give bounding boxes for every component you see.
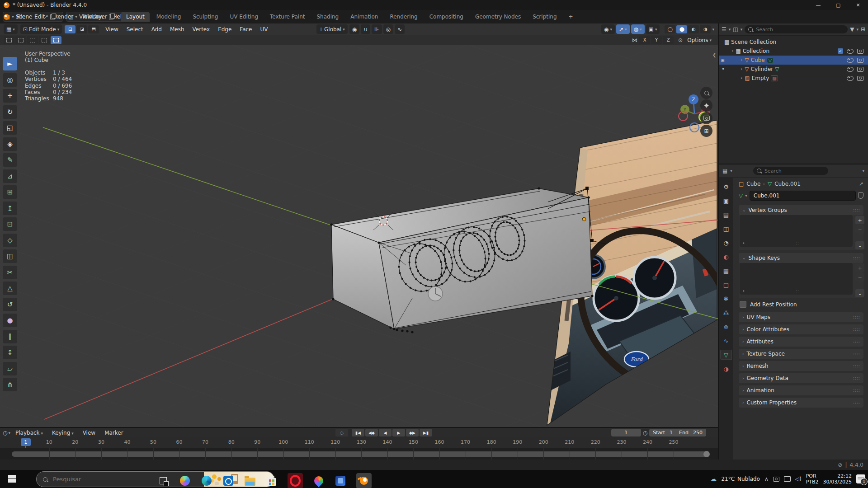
chevron-down-icon[interactable]: ‣	[731, 49, 734, 53]
pivot-point-icon[interactable]: ◉	[349, 24, 359, 34]
properties-tab-tool[interactable]: ⚙	[720, 182, 732, 192]
copilot-icon[interactable]	[179, 475, 191, 487]
show-gizmo-icon[interactable]: ↗▾	[616, 24, 630, 34]
snap-settings-icon[interactable]: ⊪	[372, 24, 382, 34]
panel-header-attributes[interactable]: ›Attributes∷∷	[739, 337, 863, 347]
properties-editor-icon[interactable]: ▤	[722, 168, 727, 174]
camera-render-icon[interactable]	[857, 49, 863, 54]
tool-measure-button[interactable]: ⊿	[3, 169, 17, 183]
jump-to-start-button[interactable]: ▮◀	[352, 429, 364, 436]
new-collection-icon[interactable]: ⊞	[861, 26, 865, 33]
viewport-menu-add[interactable]: Add	[148, 25, 165, 33]
region-collapse-chevron[interactable]: ❮	[712, 52, 716, 57]
file-explorer-icon[interactable]	[244, 475, 256, 487]
chevron-right-icon[interactable]: ‣	[741, 58, 743, 62]
video-app-icon[interactable]	[335, 475, 346, 487]
jump-to-end-button[interactable]: ▶▮	[420, 429, 432, 436]
breadcrumb-data[interactable]: Cube.001	[774, 181, 801, 187]
snap-cursor-icon[interactable]: ⊙	[678, 37, 683, 43]
new-view-layer-icon[interactable]	[109, 14, 113, 19]
tab-geometry-nodes[interactable]: Geometry Nodes	[470, 12, 526, 22]
add-rest-position-checkbox[interactable]	[740, 301, 746, 308]
properties-tab-physics[interactable]: ⊚	[720, 322, 732, 332]
language-indicator[interactable]: POR PTB2	[806, 473, 819, 485]
timeline-ruler[interactable]: 1020304050607080901001101201301401501601…	[0, 437, 718, 449]
maximize-button[interactable]: ▢	[828, 0, 848, 10]
sphere-helper-object[interactable]	[428, 286, 443, 301]
camera-render-icon[interactable]	[857, 67, 863, 72]
camera-render-icon[interactable]	[857, 76, 863, 81]
proportional-falloff-icon[interactable]: ∿	[395, 24, 405, 34]
perspective-toggle-button[interactable]: ⊞	[700, 125, 712, 137]
editor-type-button[interactable]: ▦ ▾	[4, 24, 18, 34]
clock-widget[interactable]: 22:12 30/03/2025	[823, 473, 852, 485]
tab-scripting[interactable]: Scripting	[528, 12, 561, 22]
opera-icon[interactable]	[288, 473, 303, 488]
scrollbar-knob[interactable]	[703, 451, 710, 457]
tool-select-box-button[interactable]: ►	[3, 57, 17, 70]
zoom-button[interactable]	[700, 87, 712, 99]
list-expand-icon[interactable]: ‣	[742, 241, 745, 246]
outliner-display-mode-icon[interactable]: ☰	[722, 26, 726, 33]
chevron-right-icon[interactable]: ‣	[741, 67, 743, 71]
fake-user-shield-icon[interactable]	[858, 192, 863, 199]
select-subtract-button[interactable]	[27, 36, 38, 44]
properties-tab-constraints[interactable]: ∿	[720, 336, 732, 346]
tool-scale-button[interactable]: ◱	[3, 121, 17, 135]
pan-button[interactable]: ✥	[700, 99, 712, 112]
properties-tab-scene[interactable]: ◔	[720, 238, 732, 248]
jump-next-keyframe-button[interactable]: ◆▶	[406, 429, 419, 436]
chevron-right-icon[interactable]: ‣	[741, 76, 743, 80]
properties-tab-output[interactable]: ▤	[720, 210, 732, 220]
exclude-checkbox-icon[interactable]: ✓	[838, 48, 843, 54]
list-expand-icon[interactable]: ‣	[742, 289, 745, 294]
viewport-menu-face[interactable]: Face	[236, 25, 255, 33]
network-icon[interactable]	[784, 476, 791, 482]
panel-header-color-attributes[interactable]: ›Color Attributes∷∷	[739, 324, 863, 334]
tool-extrude-region-button[interactable]: ↥	[3, 202, 17, 215]
start-button[interactable]	[8, 475, 16, 483]
tab-compositing[interactable]: Compositing	[425, 12, 468, 22]
timeline-scrollbar[interactable]	[12, 451, 708, 457]
timeline-channels[interactable]	[0, 448, 718, 460]
mode-dropdown[interactable]: ⊡ Edit Mode ▾	[20, 24, 62, 34]
tool-knife-button[interactable]: ✂	[3, 266, 17, 279]
viewport-3d[interactable]: Ford	[0, 45, 718, 427]
tool-edge-slide-button[interactable]: ∥	[3, 330, 17, 343]
viewport-menu-mesh[interactable]: Mesh	[166, 25, 188, 33]
panel-header-animation[interactable]: ›Animation∷∷	[739, 385, 863, 395]
viewport-menu-vertex[interactable]: Vertex	[189, 25, 214, 33]
properties-tab-world[interactable]: ◐	[720, 252, 732, 262]
outliner-search-input[interactable]	[755, 26, 844, 33]
properties-tab-view-layer[interactable]: ◫	[720, 224, 732, 234]
jump-prev-keyframe-button[interactable]: ◀◆	[365, 429, 378, 436]
specials-menu-button[interactable]: ⌄	[855, 289, 864, 297]
properties-tab-particles[interactable]: ⁂	[720, 308, 732, 318]
tab-animation[interactable]: Animation	[345, 12, 383, 22]
add-item-button[interactable]: +	[855, 264, 864, 272]
panel-header-uv-maps[interactable]: ›UV Maps∷∷	[739, 312, 863, 322]
weather-widget[interactable]: 21°C Nublado	[721, 476, 760, 482]
vertex-select-button[interactable]: ⊡	[65, 25, 75, 33]
eye-visibility-icon[interactable]	[847, 49, 854, 54]
timeline-editor-icon[interactable]: ◷	[3, 430, 7, 436]
tool-loop-cut-button[interactable]: ◫	[3, 249, 17, 263]
filter-funnel-icon[interactable]: ▼	[850, 26, 854, 33]
outliner-row-cube[interactable]: ▣‣▽Cube▽	[719, 56, 868, 65]
tab-shading[interactable]: Shading	[311, 12, 344, 22]
edge-icon[interactable]	[201, 475, 212, 487]
mirror-y-button[interactable]: Y	[651, 36, 662, 44]
properties-tab-render[interactable]: ▣	[720, 196, 732, 206]
select-new-button[interactable]	[4, 36, 14, 44]
outliner-row-cylinder[interactable]: •‣▽Cylinder▽	[719, 65, 868, 74]
paint-icon[interactable]	[313, 475, 325, 487]
edge-select-button[interactable]: ◪	[76, 25, 87, 33]
speaker-icon[interactable]: ◁)	[795, 476, 802, 482]
tab-+[interactable]: +	[564, 12, 578, 22]
pin-icon[interactable]: ⊸	[857, 180, 865, 188]
material-shading-icon[interactable]: ◐	[688, 25, 699, 33]
outliner-row-collection[interactable]: ‣▦Collection✓	[719, 47, 868, 56]
viewport-menu-view[interactable]: View	[102, 25, 122, 33]
frame-range-fields[interactable]: Start 1 End 250	[649, 429, 706, 436]
camera-render-icon[interactable]	[857, 58, 863, 63]
